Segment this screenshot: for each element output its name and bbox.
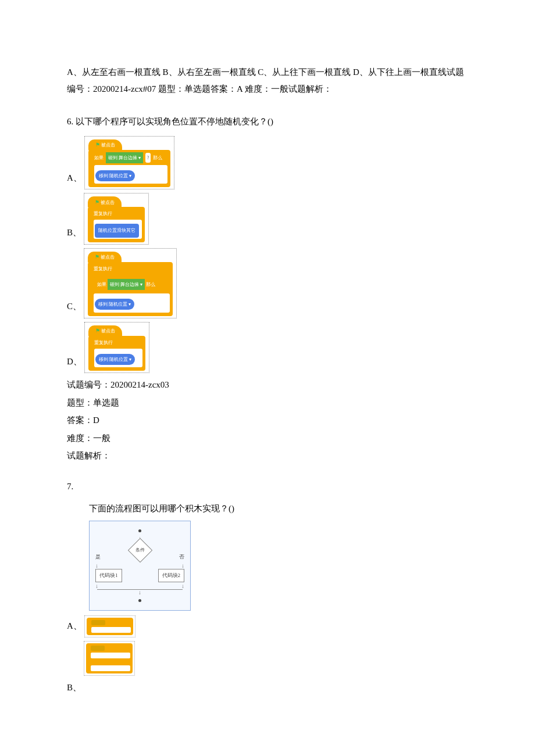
q6-meta-explanation: 试题解析：	[67, 447, 468, 464]
q7-option-b-label: B、	[67, 679, 468, 696]
q6-meta-difficulty: 难度：一般	[67, 430, 468, 447]
prev-question-answer-line: A、从左至右画一根直线 B、从右至左画一根直线 C、从上往下画一根直线 D、从下…	[67, 64, 468, 97]
goto-random-block: 移到 随机位置 ▾	[95, 354, 135, 365]
scratch-block-image: ⚑被点击 重复执行 随机位置滑块其它	[84, 193, 149, 245]
q7-option-a: A、	[67, 615, 468, 637]
q7-number: 7.	[67, 478, 468, 495]
hat-label: 被点击	[101, 198, 115, 207]
then-label: 那么	[146, 282, 155, 287]
hat-label: 被点击	[101, 253, 115, 261]
flow-diamond: 条件	[127, 538, 152, 562]
q6-option-c: C、 ⚑被点击 重复执行 如果 碰到 舞台边缘 ▾ 那么 移到 随机位置 ▾	[67, 248, 468, 318]
q6-option-a: A、 ⚑被点击 如果 碰到 舞台边缘 ▾ ? 那么 移到 随机位置 ▾	[67, 136, 468, 190]
option-label: B、	[67, 224, 81, 245]
scratch-block-image: ⚑被点击 重复执行 移到 随机位置 ▾	[84, 322, 149, 374]
forever-label: 重复执行	[94, 338, 113, 347]
goto-random-slider-block: 随机位置滑块其它	[95, 224, 139, 237]
scratch-if-block-image	[84, 615, 135, 637]
goto-random-block: 移到 随机位置 ▾	[95, 170, 135, 181]
repeat-label: 重复执行	[94, 264, 112, 273]
touching-pill: 碰到 舞台边缘 ▾	[106, 152, 143, 163]
q6-meta-type: 题型：单选题	[67, 395, 468, 411]
flowchart-image: ↓ 条件 是 否 ↓↓ 代码块1 代码块2 ↓↓ ↓	[89, 521, 191, 611]
then-label: 那么	[153, 153, 162, 162]
scratch-if-else-block-image	[84, 641, 135, 676]
if-label: 如果	[94, 153, 104, 162]
option-label: A、	[67, 170, 82, 190]
q7-title: 下面的流程图可以用哪个积木实现？()	[89, 500, 468, 517]
q6-meta-id: 试题编号：20200214-zcx03	[67, 377, 468, 393]
if-label: 如果	[97, 282, 106, 287]
q6-option-b: B、 ⚑被点击 重复执行 随机位置滑块其它	[67, 193, 468, 245]
option-label: C、	[67, 298, 81, 318]
scratch-block-image: ⚑被点击 重复执行 如果 碰到 舞台边缘 ▾ 那么 移到 随机位置 ▾	[84, 248, 177, 318]
q7-option-b-block: B、	[67, 641, 468, 676]
hat-label: 被点击	[101, 141, 115, 149]
goto-random-block: 移到 随机位置 ▾	[95, 299, 134, 310]
touching-pill: 碰到 舞台边缘 ▾	[108, 279, 145, 290]
hat-label: 被点击	[101, 327, 115, 335]
q6-option-d: D、 ⚑被点击 重复执行 移到 随机位置 ▾	[67, 322, 468, 374]
scratch-block-image: ⚑被点击 如果 碰到 舞台边缘 ▾ ? 那么 移到 随机位置 ▾	[84, 136, 174, 190]
flow-block2: 代码块2	[158, 569, 185, 582]
forever-label: 重复执行	[94, 209, 112, 218]
option-label: A、	[67, 618, 82, 638]
option-label: D、	[67, 353, 82, 374]
q6-meta-answer: 答案：D	[67, 412, 468, 429]
q6-title: 6. 以下哪个程序可以实现角色位置不停地随机变化？()	[67, 113, 468, 130]
flow-block1: 代码块1	[95, 569, 122, 582]
q7-flowchart-wrapper: ↓ 条件 是 否 ↓↓ 代码块1 代码块2 ↓↓ ↓	[89, 521, 468, 611]
